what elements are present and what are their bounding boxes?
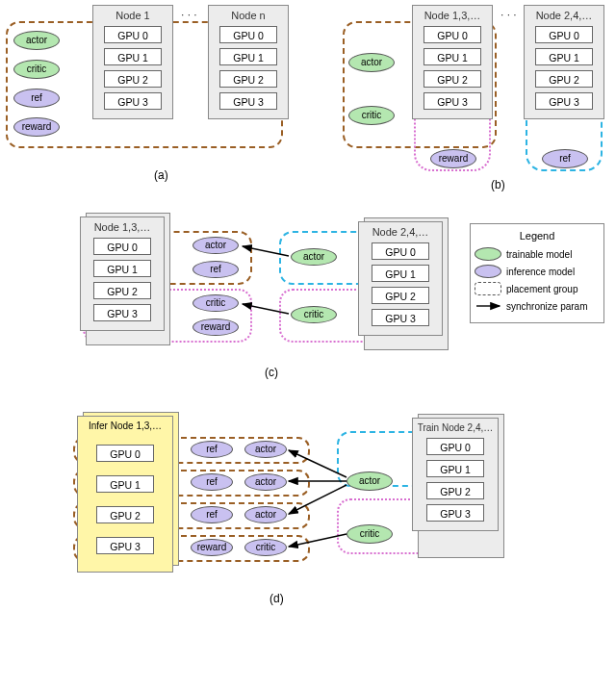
gpu-cell: GPU 3	[96, 537, 154, 554]
panel-a-node-n: Node n GPU 0 GPU 1 GPU 2 GPU 3	[208, 5, 289, 119]
ell-label: reward	[197, 543, 227, 552]
actor-ellipse-train: actor	[346, 471, 393, 491]
ell-label: critic	[362, 111, 382, 120]
ell-label: reward	[439, 154, 469, 164]
ell-label: ref	[210, 265, 221, 274]
gpu-cell: GPU 2	[219, 70, 277, 88]
ref-ellipse: ref	[192, 261, 239, 278]
legend-inference-icon	[475, 265, 501, 278]
gpu-cell: GPU 3	[104, 92, 162, 110]
ref-ellipse: ref	[191, 506, 233, 523]
node-title: Infer Node 1,3,…	[82, 420, 168, 431]
legend-placement-icon	[475, 282, 501, 295]
gpu-cell: GPU 3	[219, 92, 277, 110]
gpu-cell: GPU 0	[426, 438, 484, 455]
actor-ellipse: actor	[348, 53, 395, 72]
ref-ellipse: ref	[191, 473, 233, 491]
panel-b-node1: Node 1,3,… GPU 0 GPU 1 GPU 2 GPU 3	[412, 5, 493, 119]
ell-label: ref	[559, 154, 571, 164]
legend-label: synchronize param	[506, 301, 587, 312]
gpu-cell: GPU 2	[96, 506, 154, 523]
gpu-cell: GPU 3	[372, 309, 429, 326]
panel-a-node1: Node 1 GPU 0 GPU 1 GPU 2 GPU 3	[92, 5, 173, 119]
gpu-cell: GPU 0	[104, 26, 162, 43]
gpu-cell: GPU 0	[424, 26, 481, 43]
ell-label: ref	[206, 445, 218, 454]
ell-label: reward	[22, 122, 52, 132]
legend-row-trainable: trainable model	[475, 247, 600, 261]
ell-label: critic	[206, 298, 226, 308]
panel-d-infer-node: Infer Node 1,3,… GPU 0 GPU 1 GPU 2 GPU 3	[77, 416, 173, 573]
ellipsis: · · ·	[181, 8, 197, 21]
gpu-cell: GPU 0	[93, 238, 151, 255]
panel-c-caption: (c)	[265, 366, 278, 379]
panel-c-node2: Node 2,4,… GPU 0 GPU 1 GPU 2 GPU 3	[358, 221, 443, 336]
critic-ellipse-train: critic	[291, 306, 337, 323]
critic-ellipse: critic	[348, 106, 395, 125]
actor-ellipse-train: actor	[291, 248, 337, 266]
node-title: Node 1,3,…	[417, 10, 488, 21]
node-title: Node 1,3,…	[85, 221, 160, 233]
ell-label: critic	[360, 529, 380, 539]
ell-label: ref	[31, 93, 42, 103]
gpu-cell: GPU 1	[535, 48, 593, 65]
panel-a-caption: (a)	[154, 168, 168, 182]
ell-label: actor	[361, 58, 382, 67]
gpu-cell: GPU 1	[426, 460, 484, 477]
legend-arrow-icon	[475, 299, 501, 313]
critic-ellipse-inf: critic	[244, 539, 287, 556]
panel-b-node2: Node 2,4,… GPU 0 GPU 1 GPU 2 GPU 3	[524, 5, 604, 119]
gpu-cell: GPU 0	[372, 242, 429, 260]
gpu-cell: GPU 0	[96, 445, 154, 462]
panel-b-caption: (b)	[491, 178, 505, 191]
ell-label: critic	[27, 64, 47, 74]
actor-ellipse-inf: actor	[192, 237, 239, 254]
gpu-cell: GPU 1	[96, 475, 154, 493]
panel-d-caption: (d)	[270, 592, 284, 605]
legend: Legend trainable model inference model p…	[470, 223, 604, 323]
legend-label: placement group	[506, 284, 578, 294]
ell-label: actor	[359, 476, 380, 486]
gpu-cell: GPU 2	[104, 70, 162, 88]
gpu-cell: GPU 3	[424, 92, 481, 110]
critic-ellipse-train: critic	[346, 524, 393, 544]
ell-label: critic	[256, 543, 276, 552]
actor-ellipse-inf: actor	[244, 441, 287, 458]
gpu-cell: GPU 1	[372, 265, 429, 282]
panel-c-node1: Node 1,3,… GPU 0 GPU 1 GPU 2 GPU 3	[80, 217, 165, 331]
reward-ellipse: reward	[192, 319, 239, 336]
node-title: Node 2,4,…	[363, 226, 438, 238]
ell-label: actor	[26, 36, 47, 45]
ell-label: actor	[255, 510, 276, 520]
legend-label: trainable model	[506, 249, 572, 260]
ell-label: reward	[201, 322, 231, 332]
ell-label: actor	[303, 252, 324, 262]
ell-label: actor	[255, 445, 276, 454]
ell-label: actor	[255, 477, 276, 487]
gpu-cell: GPU 3	[535, 92, 593, 110]
reward-ellipse: reward	[430, 149, 476, 168]
gpu-cell: GPU 2	[535, 70, 593, 88]
legend-label: inference model	[506, 267, 575, 277]
actor-ellipse-inf: actor	[244, 506, 287, 523]
legend-row-sync: synchronize param	[475, 299, 600, 313]
ell-label: ref	[206, 477, 218, 487]
gpu-cell: GPU 1	[219, 48, 277, 65]
ref-ellipse: ref	[13, 89, 60, 108]
legend-trainable-icon	[475, 247, 501, 261]
legend-row-placement: placement group	[475, 282, 600, 295]
diagram-stage: Node 1 GPU 0 GPU 1 GPU 2 GPU 3 · · · Nod…	[0, 0, 616, 688]
legend-title: Legend	[475, 230, 600, 242]
ref-ellipse: ref	[542, 149, 588, 168]
ref-ellipse: ref	[191, 441, 233, 458]
reward-ellipse: reward	[191, 539, 233, 556]
gpu-cell: GPU 1	[104, 48, 162, 65]
ellipsis: · · ·	[500, 8, 517, 21]
gpu-cell: GPU 1	[424, 48, 481, 65]
node-title: Node n	[213, 10, 284, 21]
reward-ellipse: reward	[13, 117, 60, 137]
gpu-cell: GPU 2	[372, 287, 429, 304]
gpu-cell: GPU 3	[93, 304, 151, 321]
panel-d-train-node: Train Node 2,4,… GPU 0 GPU 1 GPU 2 GPU 3	[412, 418, 499, 531]
gpu-cell: GPU 3	[426, 504, 484, 522]
